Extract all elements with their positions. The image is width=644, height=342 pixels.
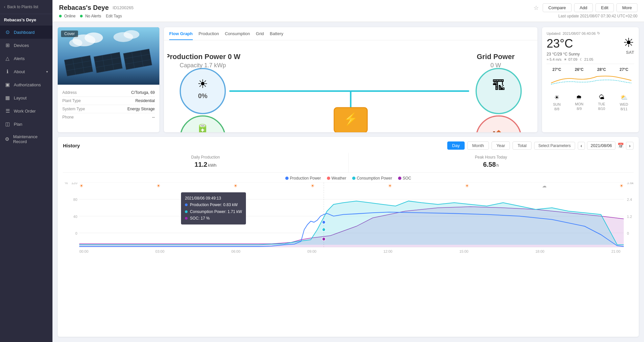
last-update-text: Last update 2021/08/07 07:30:42 UTC+02:0… bbox=[558, 14, 637, 18]
tab-battery[interactable]: Battery bbox=[270, 31, 283, 40]
forecast-icon-0: ☀ bbox=[554, 94, 559, 101]
edit-tags-link[interactable]: Edit Tags bbox=[106, 14, 122, 18]
weather-main: 23°C 23 °C/29 °C Sunny ≈ 5.4 m/s ☀07:09 … bbox=[547, 35, 634, 62]
svg-text:%: % bbox=[65, 182, 68, 185]
weather-forecast-temps: 27°C 26°C 28°C 27°C bbox=[547, 67, 634, 72]
svg-text:🔋: 🔋 bbox=[194, 123, 211, 132]
prev-date-button[interactable]: ‹ bbox=[578, 142, 585, 150]
period-month-button[interactable]: Month bbox=[467, 141, 489, 150]
sidebar-item-authorizations[interactable]: ▣ Authorizations bbox=[0, 78, 52, 91]
layout-icon: ▦ bbox=[5, 95, 10, 101]
sidebar-plant-name: Rebacas's Deye bbox=[0, 14, 52, 26]
work-order-icon: ☰ bbox=[5, 108, 10, 114]
svg-text:Grid Power: Grid Power bbox=[477, 53, 515, 61]
sidebar-item-layout[interactable]: ▦ Layout bbox=[0, 91, 52, 104]
tab-production[interactable]: Production bbox=[199, 31, 219, 40]
sun-icon-3: ☀ bbox=[233, 183, 238, 188]
back-to-plants-button[interactable]: ‹ Back to Plants list bbox=[0, 0, 52, 14]
sidebar-item-work-order[interactable]: ☰ Work Order bbox=[0, 104, 52, 118]
alerts-dot bbox=[80, 15, 83, 17]
period-total-button[interactable]: Total bbox=[513, 141, 531, 150]
weather-forecast-icons: ☀ SUN 8/8 🌧 MON 8/9 🌤 TUE 8/10 bbox=[547, 93, 634, 111]
svg-text:Production Power 0 W: Production Power 0 W bbox=[167, 53, 241, 61]
legend-dot-weather bbox=[327, 177, 330, 180]
chart-legend: Production Power Weather Consumption Pow… bbox=[63, 176, 634, 181]
svg-text:kW: kW bbox=[632, 182, 634, 185]
tab-consumption[interactable]: Consumption bbox=[225, 31, 250, 40]
svg-text:0%: 0% bbox=[198, 92, 208, 99]
weather-updated: Updated: 2021/08/07 06:40:06 ↻ bbox=[547, 31, 634, 35]
svg-text:40: 40 bbox=[73, 215, 77, 219]
sidebar-item-alerts[interactable]: △ Alerts bbox=[0, 52, 52, 65]
alerts-status: No Alerts bbox=[80, 13, 101, 18]
x-axis-labels: 00:00 03:00 06:00 09:00 12:00 15:00 18:0… bbox=[63, 248, 634, 253]
legend-weather: Weather bbox=[327, 176, 346, 181]
forecast-temp-1: 26°C bbox=[569, 67, 589, 72]
forecast-temp-0: 27°C bbox=[547, 67, 567, 72]
legend-consumption: Consumption Power bbox=[352, 176, 392, 181]
back-arrow-icon: ‹ bbox=[4, 5, 5, 9]
content-area: Cover Address C/Tortuga, 69 Plant Type R… bbox=[52, 22, 644, 342]
svg-text:0: 0 bbox=[75, 231, 77, 235]
chart-area: ☀ ☀ ☀ ☀ ☀ ☀ ☁ ☀ 120 bbox=[63, 182, 634, 248]
forecast-0: ☀ SUN 8/8 bbox=[547, 93, 567, 111]
svg-text:🏠: 🏠 bbox=[491, 129, 507, 132]
svg-text:🏗: 🏗 bbox=[492, 78, 505, 93]
add-button[interactable]: Add bbox=[574, 3, 593, 12]
history-header: History Day Month Year Total Select Para… bbox=[63, 141, 634, 150]
legend-soc: SOC bbox=[398, 176, 411, 181]
forecast-temp-3: 27°C bbox=[614, 67, 634, 72]
sun-icon-6: ☀ bbox=[465, 183, 469, 188]
sidebar-item-maintenance[interactable]: ⚙ Maintenance Record bbox=[0, 131, 52, 148]
svg-text:3.6: 3.6 bbox=[627, 182, 632, 185]
daily-production-stat: Daily Production 11.2kWh bbox=[63, 153, 348, 172]
svg-point-28 bbox=[180, 69, 225, 114]
plant-info-card: Cover Address C/Tortuga, 69 Plant Type R… bbox=[58, 27, 159, 132]
tab-grid[interactable]: Grid bbox=[256, 31, 264, 40]
edit-button[interactable]: Edit bbox=[595, 3, 614, 12]
sidebar-item-dashboard[interactable]: ⊙ Dashboard bbox=[0, 26, 52, 39]
sidebar-item-about[interactable]: ℹ About ▾ bbox=[0, 65, 52, 78]
svg-text:☀: ☀ bbox=[197, 77, 208, 91]
svg-text:1.2: 1.2 bbox=[627, 215, 632, 219]
sun-icon-2: ☀ bbox=[156, 183, 161, 188]
plant-cover-image: Cover bbox=[58, 27, 159, 85]
svg-text:80: 80 bbox=[73, 198, 77, 202]
forecast-temp-2: 28°C bbox=[592, 67, 612, 72]
svg-point-3 bbox=[69, 39, 82, 47]
sidebar-item-devices[interactable]: ⊞ Devices bbox=[0, 39, 52, 52]
legend-dot-consumption bbox=[352, 177, 355, 180]
favorite-icon[interactable]: ☆ bbox=[533, 4, 539, 11]
weather-day-label: SAT bbox=[623, 50, 634, 55]
tab-flow-graph[interactable]: Flow Graph bbox=[169, 31, 193, 40]
weather-card: Updated: 2021/08/07 06:40:06 ↻ 23°C 23 °… bbox=[542, 27, 639, 132]
online-dot bbox=[59, 15, 62, 17]
online-status: Online bbox=[59, 13, 75, 18]
cover-label: Cover bbox=[61, 31, 78, 37]
sidebar: ‹ Back to Plants list Rebacas's Deye ⊙ D… bbox=[0, 0, 52, 342]
system-type-row: System Type Energy Storage bbox=[62, 105, 155, 113]
legend-production: Production Power bbox=[285, 176, 321, 181]
about-icon: ℹ bbox=[5, 69, 10, 75]
plan-icon: ◫ bbox=[5, 121, 10, 127]
compare-button[interactable]: Compare bbox=[543, 3, 571, 12]
chevron-down-icon: ▾ bbox=[46, 70, 48, 74]
period-day-button[interactable]: Day bbox=[447, 141, 465, 150]
sidebar-item-plan[interactable]: ◫ Plan bbox=[0, 118, 52, 131]
sun-icon-4: ☀ bbox=[311, 183, 315, 188]
plant-type-row: Plant Type Residential bbox=[62, 97, 155, 105]
peak-hours-stat: Peak Hours Today 6.58h bbox=[348, 153, 634, 172]
select-parameters-button[interactable]: Select Parameters bbox=[534, 142, 575, 150]
phone-row: Phone -- bbox=[62, 113, 155, 121]
legend-dot-soc bbox=[398, 177, 401, 180]
forecast-2: 🌤 TUE 8/10 bbox=[592, 93, 612, 111]
next-date-button[interactable]: › bbox=[626, 142, 634, 150]
plant-details: Address C/Tortuga, 69 Plant Type Residen… bbox=[58, 85, 159, 125]
weather-temperature: 23°C bbox=[547, 37, 593, 51]
weather-wind-info: ≈ 5.4 m/s ☀07:09 ☾21:05 bbox=[547, 57, 593, 62]
calendar-icon[interactable]: 📅 bbox=[617, 142, 624, 149]
more-button[interactable]: More bbox=[616, 3, 637, 12]
svg-point-2 bbox=[85, 32, 103, 43]
address-row: Address C/Tortuga, 69 bbox=[62, 89, 155, 97]
period-year-button[interactable]: Year bbox=[492, 141, 510, 150]
